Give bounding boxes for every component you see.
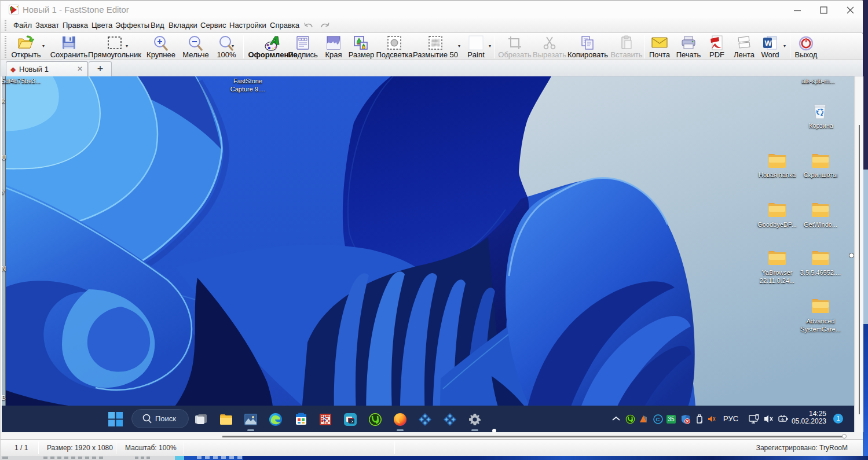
- svg-text:W: W: [765, 39, 772, 47]
- svg-text:C: C: [656, 416, 660, 422]
- svg-text:DFG: DFG: [431, 43, 440, 47]
- svg-text:ABC: ABC: [431, 39, 440, 43]
- svg-text:2: 2: [323, 416, 326, 422]
